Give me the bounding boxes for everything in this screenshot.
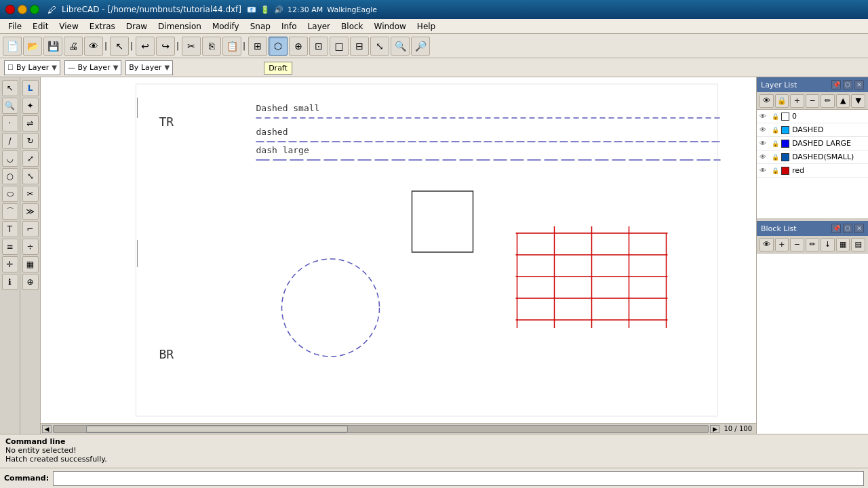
block-pin-icon[interactable]: 📌 [831, 224, 841, 233]
menu-draw[interactable]: Draw [121, 20, 153, 33]
tool2-stretch[interactable]: ⤡ [22, 168, 39, 184]
layer-down-btn[interactable]: ▼ [851, 94, 865, 108]
tool-zoom[interactable]: 🔍 [2, 98, 18, 114]
command-input[interactable] [53, 471, 864, 486]
tool2-offset[interactable]: ≫ [22, 203, 39, 220]
snap2-button[interactable]: □ [330, 37, 349, 56]
layer-float-icon[interactable]: ⬡ [843, 80, 852, 89]
block-list-header-icons[interactable]: 📌 ⬡ ✕ [831, 224, 864, 233]
snap1-button[interactable]: ⊡ [309, 37, 328, 56]
block-remove-btn[interactable]: − [790, 238, 804, 251]
scroll-right[interactable]: ▶ [710, 425, 719, 433]
snap3-button[interactable]: ⊟ [350, 37, 369, 56]
linetype-select[interactable]: — By Layer ▼ [64, 60, 121, 75]
drawing-canvas[interactable]: TR Dashed small dashed dash large [41, 77, 756, 423]
undo-button[interactable]: ↩ [136, 37, 155, 56]
grid-button[interactable]: ⊞ [248, 37, 267, 56]
linewidth-select[interactable]: By Layer ▼ [125, 60, 173, 75]
block-insert-btn[interactable]: ↓ [821, 238, 835, 251]
menu-info[interactable]: Info [276, 20, 302, 33]
minimize-button[interactable] [18, 5, 27, 14]
scroll-track-h[interactable] [53, 425, 709, 433]
horizontal-scrollbar[interactable]: ◀ ▶ 10 / 100 [41, 423, 756, 434]
menu-dimension[interactable]: Dimension [153, 20, 207, 33]
save-button[interactable]: 💾 [43, 37, 62, 56]
menu-snap[interactable]: Snap [245, 20, 276, 33]
menu-window[interactable]: Window [369, 20, 412, 33]
menu-block[interactable]: Block [336, 20, 368, 33]
block-grid2-btn[interactable]: ▤ [851, 238, 865, 251]
cut-button[interactable]: ✂ [182, 37, 201, 56]
layer-lock-all-btn[interactable]: 🔒 [775, 94, 789, 108]
layer-eye-all-btn[interactable]: 👁 [760, 94, 774, 108]
layer-item-red[interactable]: 👁 🔒 red [757, 164, 868, 178]
layer-list-title: Layer List [761, 81, 797, 89]
open-button[interactable]: 📂 [23, 37, 42, 56]
tool-ellipse[interactable]: ⬭ [2, 186, 18, 202]
paste-button[interactable]: 📋 [222, 37, 241, 56]
print-button[interactable]: 🖨 [64, 37, 83, 56]
tool2-modify[interactable]: ✦ [22, 98, 39, 114]
block-grid1-btn[interactable]: ▦ [836, 238, 850, 251]
tool-info[interactable]: ℹ [2, 274, 18, 290]
menu-layer[interactable]: Layer [302, 20, 336, 33]
new-button[interactable]: 📄 [3, 37, 22, 56]
layer-item-dashed-large[interactable]: 👁 🔒 DASHED LARGE [757, 137, 868, 150]
layer-item-dashed[interactable]: 👁 🔒 DASHED [757, 123, 868, 137]
tool2-scale[interactable]: ⤢ [22, 150, 39, 167]
layer-remove-btn[interactable]: − [806, 94, 820, 108]
window-controls[interactable] [5, 5, 39, 14]
tool-polyline[interactable]: ⌒ [2, 203, 18, 220]
block-eye-btn[interactable]: 👁 [760, 238, 774, 251]
tool-point[interactable]: · [2, 115, 18, 131]
print-preview-button[interactable]: 👁 [84, 37, 103, 56]
layer-add-btn[interactable]: + [790, 94, 804, 108]
block-close-icon[interactable]: ✕ [854, 224, 864, 233]
layer-edit-btn[interactable]: ✏ [821, 94, 835, 108]
layer-pin-icon[interactable]: 📌 [831, 80, 841, 89]
redo-button[interactable]: ↪ [156, 37, 175, 56]
scroll-thumb-h[interactable] [86, 426, 348, 432]
menu-view[interactable]: View [54, 20, 83, 33]
tool2-mirror[interactable]: ⇌ [22, 115, 39, 131]
color-select[interactable]: ☐ By Layer ▼ [4, 60, 60, 75]
block-float-icon[interactable]: ⬡ [843, 224, 852, 233]
layer-close-icon[interactable]: ✕ [854, 80, 864, 89]
tool2-fillet[interactable]: ⌐ [22, 221, 39, 237]
menu-file[interactable]: File [3, 20, 27, 33]
select-button[interactable]: ↖ [110, 37, 129, 56]
snap-toggle-button[interactable]: ⊕ [289, 37, 308, 56]
menu-modify[interactable]: Modify [207, 20, 245, 33]
zoom-out-button[interactable]: 🔎 [411, 37, 430, 56]
menu-help[interactable]: Help [412, 20, 441, 33]
zoom-extents-button[interactable]: ⤡ [370, 37, 389, 56]
block-add-btn[interactable]: + [775, 238, 789, 251]
block-edit-btn[interactable]: ✏ [806, 238, 820, 251]
tool2-rotate[interactable]: ↻ [22, 133, 39, 149]
tool2-extra[interactable]: ⊕ [22, 274, 39, 290]
layer-list-header-icons[interactable]: 📌 ⬡ ✕ [831, 80, 864, 89]
maximize-button[interactable] [30, 5, 39, 14]
layer-item-dashed-small[interactable]: 👁 🔒 DASHED(SMALL) [757, 150, 868, 164]
copy-button[interactable]: ⎘ [202, 37, 221, 56]
tool-hatch[interactable]: ≡ [2, 239, 18, 255]
tool-circle[interactable]: ○ [2, 168, 18, 184]
tool2-trim[interactable]: ✂ [22, 186, 39, 202]
scroll-left[interactable]: ◀ [42, 425, 52, 433]
tool2-layers[interactable]: L [22, 80, 39, 96]
zoom-in-button[interactable]: 🔍 [391, 37, 410, 56]
status-line-1: No entity selected! [5, 446, 863, 455]
draft-button[interactable]: ⬡ Draft [269, 37, 288, 56]
tool-snap[interactable]: ✛ [2, 256, 18, 272]
tool-text[interactable]: T [2, 221, 18, 237]
tool-select[interactable]: ↖ [2, 80, 18, 96]
menu-edit[interactable]: Edit [27, 20, 54, 33]
tool2-block[interactable]: ▦ [22, 256, 39, 272]
menu-extras[interactable]: Extras [84, 20, 121, 33]
tool-arc[interactable]: ◡ [2, 150, 18, 167]
layer-up-btn[interactable]: ▲ [836, 94, 850, 108]
tool-line[interactable]: / [2, 133, 18, 149]
layer-item-0[interactable]: 👁 🔒 0 [757, 110, 868, 123]
tool2-divide[interactable]: ÷ [22, 239, 39, 255]
close-button[interactable] [5, 5, 15, 14]
